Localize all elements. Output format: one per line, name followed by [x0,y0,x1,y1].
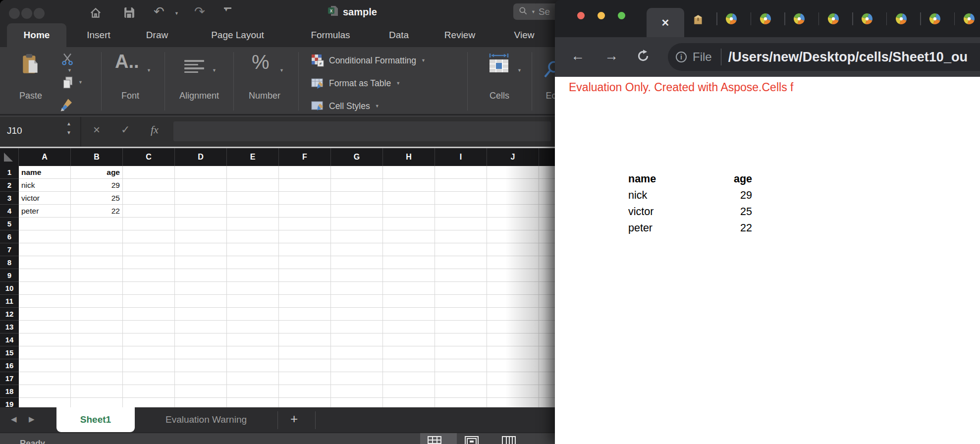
paste-icon[interactable] [22,54,40,77]
cell-H16[interactable] [383,359,435,372]
column-header-D[interactable]: D [175,148,227,166]
name-box[interactable]: J10 [7,125,22,136]
cells-dropdown-icon[interactable]: ▼ [517,68,522,73]
row-header-1[interactable]: 1 [0,166,19,179]
cell-J4[interactable] [487,205,539,218]
cell-G17[interactable] [331,372,383,385]
cell-G2[interactable] [331,179,383,192]
cell-H19[interactable] [383,398,435,407]
ribbon-tab-page-layout[interactable]: Page Layout [194,23,281,47]
cell-F1[interactable] [279,166,331,179]
format-painter-icon[interactable] [59,98,74,114]
select-all-button[interactable] [0,148,19,166]
cell-F13[interactable] [279,321,331,333]
cell-C12[interactable] [123,308,175,321]
cell-C16[interactable] [123,359,175,372]
cell-G4[interactable] [331,205,383,218]
minimize-window-icon[interactable] [21,8,32,19]
undo-dropdown-icon[interactable]: ▼ [174,11,179,16]
row-header-9[interactable]: 9 [0,269,19,282]
cell-C14[interactable] [123,333,175,346]
name-box-step-up-icon[interactable]: ▲ [66,121,71,126]
page-break-view-icon[interactable] [502,436,516,444]
cell-D1[interactable] [175,166,227,179]
page-layout-view-icon[interactable] [465,436,479,444]
cell-I16[interactable] [435,359,487,372]
cell-E6[interactable] [227,230,279,243]
cut-icon[interactable] [60,52,74,68]
normal-view-icon[interactable] [428,436,441,444]
number-format-icon[interactable]: % [252,51,270,73]
cell-D2[interactable] [175,179,227,192]
pinwheel-favicon-tab[interactable] [793,13,805,25]
cell-D5[interactable] [175,218,227,230]
cell-F14[interactable] [279,333,331,346]
cell-C10[interactable] [123,282,175,295]
font-dropdown-icon[interactable]: ▼ [147,68,151,73]
cell-H1[interactable] [383,166,435,179]
cell-styles-button[interactable]: Cell Styles▼ [311,100,380,112]
cell-H9[interactable] [383,269,435,282]
ribbon-tab-home[interactable]: Home [7,23,66,47]
customize-toolbar-icon[interactable]: ▼ [224,7,231,12]
row-header-8[interactable]: 8 [0,256,19,269]
cell-C13[interactable] [123,321,175,333]
cell-J3[interactable] [487,192,539,205]
cell-D6[interactable] [175,230,227,243]
cell-E4[interactable] [227,205,279,218]
cell-J10[interactable] [487,282,539,295]
cell-G19[interactable] [331,398,383,407]
cell-E10[interactable] [227,282,279,295]
cell-F12[interactable] [279,308,331,321]
cell-A7[interactable] [19,243,71,256]
package-favicon-tab[interactable] [692,13,704,25]
cell-H17[interactable] [383,372,435,385]
row-header-18[interactable]: 18 [0,385,19,398]
cell-B1[interactable]: age [71,166,123,179]
cell-D8[interactable] [175,256,227,269]
paste-dropdown-icon[interactable]: ▼ [67,68,72,73]
cell-A4[interactable]: peter [19,205,71,218]
pinwheel-favicon-tab[interactable] [963,13,975,25]
cell-H15[interactable] [383,346,435,359]
redo-icon[interactable]: ↷ [194,4,205,19]
cell-D9[interactable] [175,269,227,282]
cell-B7[interactable] [71,243,123,256]
cell-H2[interactable] [383,179,435,192]
cell-C4[interactable] [123,205,175,218]
close-tab-icon[interactable]: ✕ [661,17,670,29]
row-header-5[interactable]: 5 [0,218,19,230]
cell-D4[interactable] [175,205,227,218]
cell-A13[interactable] [19,321,71,333]
cell-I1[interactable] [435,166,487,179]
cell-F7[interactable] [279,243,331,256]
cell-I11[interactable] [435,295,487,308]
cell-D18[interactable] [175,385,227,398]
cell-F2[interactable] [279,179,331,192]
cell-I18[interactable] [435,385,487,398]
cell-I2[interactable] [435,179,487,192]
cell-E14[interactable] [227,333,279,346]
cell-D16[interactable] [175,359,227,372]
row-header-11[interactable]: 11 [0,295,19,308]
cell-A12[interactable] [19,308,71,321]
search-scope-dropdown-icon[interactable]: ▼ [531,9,536,14]
cell-B19[interactable] [71,398,123,407]
cell-D14[interactable] [175,333,227,346]
cell-G16[interactable] [331,359,383,372]
cell-J18[interactable] [487,385,539,398]
cell-A18[interactable] [19,385,71,398]
cell-H4[interactable] [383,205,435,218]
ribbon-tab-formulas[interactable]: Formulas [296,23,365,47]
cell-F10[interactable] [279,282,331,295]
column-header-C[interactable]: C [123,148,175,166]
cell-D3[interactable] [175,192,227,205]
browser-minimize-icon[interactable] [598,12,605,19]
cell-C2[interactable] [123,179,175,192]
cell-I4[interactable] [435,205,487,218]
cell-F19[interactable] [279,398,331,407]
cell-C7[interactable] [123,243,175,256]
cell-G10[interactable] [331,282,383,295]
active-tab[interactable]: ✕ [647,8,684,37]
pinwheel-favicon-tab[interactable] [929,13,941,25]
